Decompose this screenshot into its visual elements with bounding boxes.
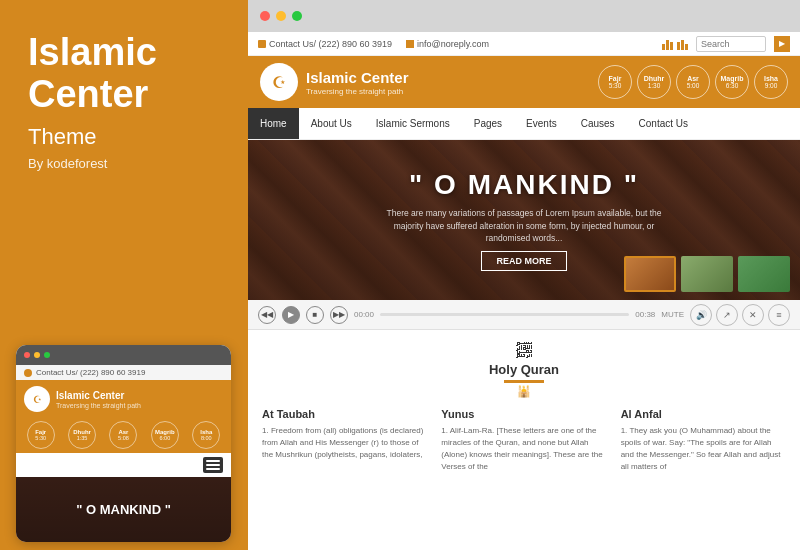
nav-contact[interactable]: Contact Us: [627, 108, 700, 139]
prayer-asr: Asr 5:00: [676, 65, 710, 99]
audio-vol-button[interactable]: 🔊: [690, 304, 712, 326]
nav-causes[interactable]: Causes: [569, 108, 627, 139]
prayer-dhuhr: Dhuhr 1:30: [637, 65, 671, 99]
mobile-tagline: Traversing the straight path: [56, 402, 141, 409]
mobile-menu-line-1: [206, 460, 220, 462]
contact-phone-text: Contact Us/ (222) 890 60 3919: [269, 39, 392, 49]
bar-chart-icon: [662, 38, 673, 50]
logo-area: ☪ Islamic Center Traversing the straight…: [260, 63, 409, 101]
audio-next-button[interactable]: ▶▶: [330, 306, 348, 324]
col-anfal-text: 1. They ask you (O Muhammad) about the s…: [621, 425, 786, 473]
audio-time-start: 00:00: [354, 310, 374, 319]
mobile-prayer-times: Fajr 5:30 Dhuhr 1:35 Asr 5:08 Magrib 6:0…: [16, 418, 231, 453]
nav-about[interactable]: About Us: [299, 108, 364, 139]
email-icon: [406, 40, 414, 48]
col-taubah-title: At Taubah: [262, 408, 427, 420]
quran-mosque-icon: 🕌: [517, 385, 531, 398]
audio-menu-button[interactable]: ≡: [768, 304, 790, 326]
mobile-dot-green: [44, 352, 50, 358]
bar3: [670, 42, 673, 50]
mobile-prayer-magrib: Magrib 6:00: [151, 421, 179, 449]
nav-events[interactable]: Events: [514, 108, 569, 139]
hero-subtitle: There are many variations of passages of…: [374, 207, 674, 245]
mobile-prayer-fajr: Fajr 5:30: [27, 421, 55, 449]
mobile-menu-icon: [203, 457, 223, 473]
quran-underline: [504, 380, 544, 383]
logo-symbol: ☪: [272, 73, 286, 92]
prayer-fajr: Fajr 5:30: [598, 65, 632, 99]
hero-thumb-1[interactable]: [624, 256, 676, 292]
mobile-chrome: [16, 345, 231, 365]
bar-chart-icon-2: [677, 38, 688, 50]
bar4: [677, 42, 680, 50]
browser-content: Contact Us/ (222) 890 60 3919 info@norep…: [248, 32, 800, 550]
utility-right: ▶: [662, 36, 790, 52]
mobile-mockup: Contact Us/ (222) 890 60 3919 ☪ Islamic …: [16, 345, 231, 542]
col-yunus-text: 1. Alif-Lam-Ra. [These letters are one o…: [441, 425, 606, 473]
hero-thumbnails: [624, 256, 790, 292]
hero-quote: " O MANKIND ": [409, 169, 639, 201]
audio-share-button[interactable]: ↗: [716, 304, 738, 326]
quran-section: ﷽ Holy Quran 🕌: [262, 342, 786, 398]
utility-contact-email: info@noreply.com: [406, 39, 489, 49]
prayer-isha: Isha 9:00: [754, 65, 788, 99]
col-taubah: At Taubah 1. Freedom from (all) obligati…: [262, 408, 427, 473]
mobile-header: ☪ Islamic Center Traversing the straight…: [16, 380, 231, 418]
audio-stop-button[interactable]: ■: [306, 306, 324, 324]
bar6: [685, 44, 688, 50]
mobile-dot-yellow: [34, 352, 40, 358]
browser-dot-green[interactable]: [292, 11, 302, 21]
audio-play-button[interactable]: ▶: [282, 306, 300, 324]
mobile-prayer-dhuhr: Dhuhr 1:35: [68, 421, 96, 449]
mobile-nav-bar: [16, 453, 231, 477]
browser-dot-yellow[interactable]: [276, 11, 286, 21]
hero-thumb-2[interactable]: [681, 256, 733, 292]
content-area: ﷽ Holy Quran 🕌 At Taubah 1. Freedom from…: [248, 330, 800, 485]
nav-sermons[interactable]: Islamic Sermons: [364, 108, 462, 139]
audio-time-end: 00:38: [635, 310, 655, 319]
left-by: By kodeforest: [28, 156, 108, 171]
hero-thumb-3[interactable]: [738, 256, 790, 292]
browser-dot-red[interactable]: [260, 11, 270, 21]
search-input[interactable]: [696, 36, 766, 52]
arabic-text: ﷽: [516, 342, 532, 360]
mute-label: MUTE: [661, 310, 684, 319]
mobile-menu-line-2: [206, 464, 220, 466]
utility-left: Contact Us/ (222) 890 60 3919 info@norep…: [258, 39, 489, 49]
contact-email-text: info@noreply.com: [417, 39, 489, 49]
prayer-times: Fajr 5:30 Dhuhr 1:30 Asr 5:00 Magrib 6:3…: [598, 65, 788, 99]
left-panel: Islamic Center Theme By kodeforest Conta…: [0, 0, 248, 550]
col-yunus-title: Yunus: [441, 408, 606, 420]
hero-section: " O MANKIND " There are many variations …: [248, 140, 800, 300]
left-title: Islamic Center: [28, 32, 157, 116]
browser-chrome: [248, 0, 800, 32]
phone-icon: [258, 40, 266, 48]
utility-contact-phone: Contact Us/ (222) 890 60 3919: [258, 39, 392, 49]
utility-bar: Contact Us/ (222) 890 60 3919 info@norep…: [248, 32, 800, 56]
site-name-block: Islamic Center Traversing the straight p…: [306, 69, 409, 96]
mobile-prayer-isha: Isha 8:00: [192, 421, 220, 449]
bar1: [662, 44, 665, 50]
audio-controls-right: 🔊 ↗ ✕ ≡: [690, 304, 790, 326]
quran-icon-area: 🕌: [517, 385, 531, 398]
nav-bar: Home About Us Islamic Sermons Pages Even…: [248, 108, 800, 140]
mobile-dot-red: [24, 352, 30, 358]
col-anfal: Al Anfal 1. They ask you (O Muhammad) ab…: [621, 408, 786, 473]
mobile-site-name: Islamic Center: [56, 390, 141, 402]
nav-home[interactable]: Home: [248, 108, 299, 139]
nav-pages[interactable]: Pages: [462, 108, 514, 139]
audio-track[interactable]: [380, 313, 629, 316]
audio-prev-button[interactable]: ◀◀: [258, 306, 276, 324]
holy-quran-title: Holy Quran: [489, 362, 559, 377]
bar2: [666, 40, 669, 50]
columns-area: At Taubah 1. Freedom from (all) obligati…: [262, 408, 786, 473]
mobile-contact-text: Contact Us/ (222) 890 60 3919: [36, 368, 145, 377]
col-yunus: Yunus 1. Alif-Lam-Ra. [These letters are…: [441, 408, 606, 473]
col-anfal-title: Al Anfal: [621, 408, 786, 420]
search-button[interactable]: ▶: [774, 36, 790, 52]
logo-circle: ☪: [260, 63, 298, 101]
audio-close-button[interactable]: ✕: [742, 304, 764, 326]
mobile-hero: " O MANKIND ": [16, 477, 231, 542]
read-more-button[interactable]: READ MORE: [481, 251, 566, 271]
mobile-hero-text: " O MANKIND ": [76, 502, 171, 517]
